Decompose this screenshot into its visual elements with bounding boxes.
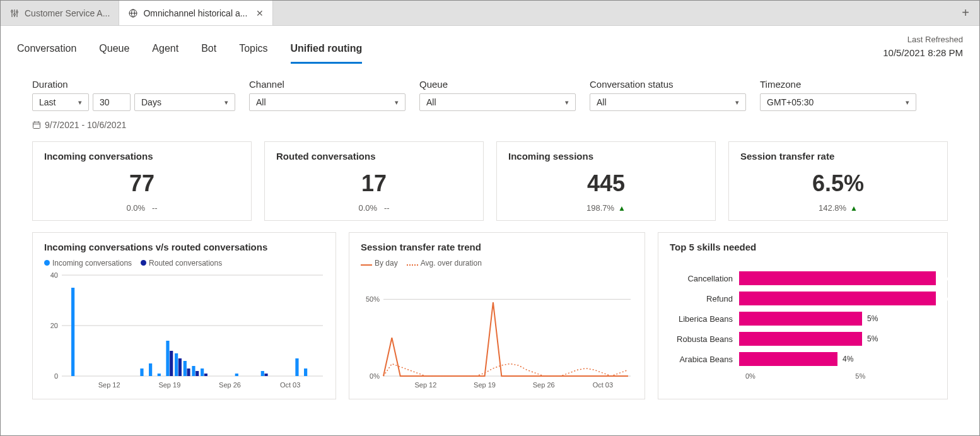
- svg-rect-24: [170, 351, 173, 376]
- tab-customer-service[interactable]: Customer Service A...: [1, 1, 119, 25]
- chevron-down-icon: ▾: [906, 98, 909, 107]
- nav-conversation[interactable]: Conversation: [17, 43, 76, 64]
- duration-unit-select[interactable]: Days ▾: [134, 93, 235, 111]
- svg-rect-32: [204, 374, 207, 376]
- kpi-value: 445: [508, 170, 704, 197]
- chart-title: Incoming conversations v/s routed conver…: [44, 242, 324, 252]
- svg-text:50%: 50%: [366, 295, 380, 303]
- filter-channel-label: Channel: [249, 79, 405, 90]
- nav-topics[interactable]: Topics: [239, 43, 267, 64]
- skill-bar: 5%: [739, 312, 936, 326]
- svg-text:Sep 19: Sep 19: [158, 381, 180, 389]
- sliders-icon: [9, 8, 20, 18]
- svg-text:Sep 19: Sep 19: [474, 381, 496, 389]
- svg-rect-37: [304, 368, 307, 376]
- svg-text:Sep 12: Sep 12: [414, 381, 436, 389]
- nav-bot[interactable]: Bot: [201, 43, 216, 64]
- duration-count-input[interactable]: 30: [93, 93, 131, 111]
- svg-rect-28: [187, 368, 190, 376]
- last-refreshed: Last Refreshed 10/5/2021 8:28 PM: [883, 33, 963, 64]
- svg-rect-29: [192, 366, 195, 376]
- filter-bar: Duration Last ▾ 30 Days ▾ Channel All ▾ …: [1, 64, 979, 115]
- duration-unit-value: Days: [141, 97, 161, 107]
- chevron-down-icon: ▾: [225, 98, 228, 107]
- nav-queue[interactable]: Queue: [99, 43, 129, 64]
- legend-dot-icon: [44, 260, 50, 266]
- skill-value: 8%: [937, 294, 941, 303]
- tab-label: Customer Service A...: [25, 8, 110, 18]
- nav-agent[interactable]: Agent: [152, 43, 178, 64]
- filter-status: Conversation status All ▾: [590, 79, 746, 111]
- queue-value: All: [426, 97, 436, 107]
- svg-rect-25: [175, 353, 178, 376]
- tab-label: Omnichannel historical a...: [143, 8, 247, 18]
- arrow-up-icon: ▲: [618, 204, 626, 213]
- kpi-title: Incoming conversations: [44, 151, 240, 162]
- svg-rect-9: [33, 122, 40, 129]
- svg-point-5: [16, 11, 18, 13]
- svg-text:Sep 26: Sep 26: [533, 381, 555, 389]
- svg-rect-35: [264, 374, 267, 376]
- chevron-down-icon: ▾: [735, 98, 739, 107]
- filter-timezone: Timezone GMT+05:30 ▾: [760, 79, 916, 111]
- svg-point-4: [14, 13, 16, 15]
- chart-incoming-vs-routed: Incoming conversations v/s routed conver…: [32, 232, 336, 399]
- skill-value: 5%: [867, 314, 878, 323]
- svg-rect-34: [261, 371, 264, 376]
- svg-text:0: 0: [54, 372, 58, 380]
- kpi-value: 6.5%: [740, 170, 936, 197]
- status-value: All: [597, 97, 607, 107]
- globe-icon: [128, 8, 138, 18]
- kpi-title: Routed conversations: [276, 151, 472, 162]
- close-icon[interactable]: ✕: [256, 8, 264, 18]
- chevron-down-icon: ▾: [395, 98, 399, 107]
- channel-select[interactable]: All ▾: [249, 93, 405, 111]
- queue-select[interactable]: All ▾: [419, 93, 576, 111]
- chart-top-skills: Top 5 skills needed Cancellation 8% Refu…: [658, 232, 948, 399]
- svg-text:40: 40: [50, 271, 58, 279]
- skill-row: Cancellation 8%: [670, 271, 936, 285]
- svg-rect-21: [149, 363, 152, 376]
- chart-row: Incoming conversations v/s routed conver…: [1, 221, 979, 399]
- skill-name: Refund: [670, 294, 739, 303]
- chart-legend: Incoming conversations Routed conversati…: [44, 259, 324, 268]
- arrow-up-icon: ▲: [850, 204, 858, 213]
- kpi-incoming-sessions: Incoming sessions 445 198.7%▲: [496, 141, 716, 221]
- chart-svg: 0%50%Sep 12Sep 19Sep 26Oct 03: [361, 271, 633, 391]
- nav-unified-routing[interactable]: Unified routing: [291, 43, 363, 64]
- chart-body: Cancellation 8% Refund 8% Liberica Beans…: [670, 271, 936, 380]
- status-select[interactable]: All ▾: [590, 93, 746, 111]
- svg-text:0%: 0%: [370, 372, 380, 380]
- filter-duration: Duration Last ▾ 30 Days ▾: [32, 79, 235, 111]
- filter-status-label: Conversation status: [590, 79, 746, 90]
- skill-bar: 5%: [739, 332, 936, 346]
- svg-rect-22: [158, 374, 161, 376]
- date-range-text: 9/7/2021 - 10/6/2021: [45, 120, 126, 130]
- svg-text:20: 20: [50, 322, 58, 329]
- skill-row: Refund 8%: [670, 292, 936, 305]
- svg-rect-19: [71, 288, 74, 376]
- svg-rect-27: [184, 361, 187, 376]
- skill-value: 8%: [937, 274, 941, 283]
- duration-mode-select[interactable]: Last ▾: [32, 93, 89, 111]
- tab-bar: Customer Service A... Omnichannel histor…: [1, 1, 979, 26]
- filter-queue: Queue All ▾: [419, 79, 576, 111]
- timezone-select[interactable]: GMT+05:30 ▾: [760, 93, 916, 111]
- svg-rect-30: [195, 371, 199, 376]
- kpi-row: Incoming conversations 77 0.0% -- Routed…: [1, 130, 979, 221]
- kpi-delta: 142.8%▲: [740, 203, 936, 213]
- duration-mode-value: Last: [39, 97, 55, 107]
- new-tab-button[interactable]: +: [952, 6, 979, 20]
- svg-rect-31: [201, 368, 204, 376]
- chart-svg: 02040Sep 12Sep 19Sep 26Oct 03: [44, 271, 324, 391]
- skill-row: Robusta Beans 5%: [670, 332, 936, 346]
- skill-name: Liberica Beans: [670, 314, 739, 324]
- filter-channel: Channel All ▾: [249, 79, 405, 111]
- kpi-delta: 198.7%▲: [508, 203, 704, 213]
- tab-omnichannel[interactable]: Omnichannel historical a... ✕: [119, 1, 273, 25]
- kpi-delta: 0.0% --: [44, 203, 240, 213]
- report-nav: Conversation Queue Agent Bot Topics Unif…: [1, 26, 979, 64]
- skill-row: Arabica Beans 4%: [670, 352, 936, 366]
- chart-title: Session transfer rate trend: [361, 242, 633, 252]
- filter-timezone-label: Timezone: [760, 79, 916, 90]
